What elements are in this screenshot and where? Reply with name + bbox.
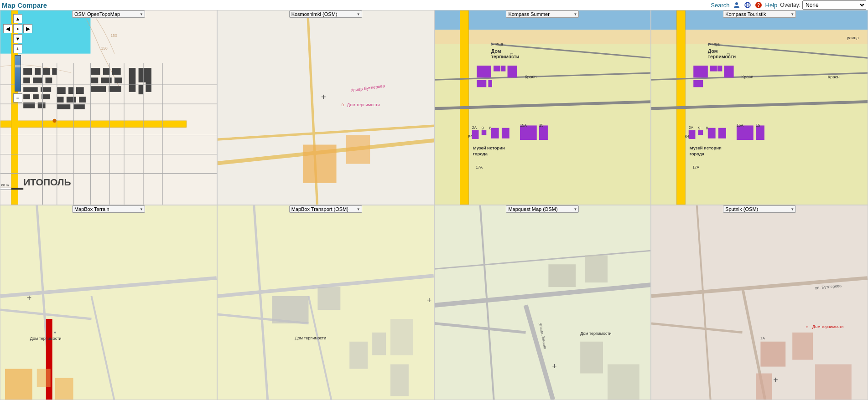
svg-rect-142	[5, 369, 32, 400]
svg-rect-169	[608, 364, 639, 400]
svg-text:Красн: Красн	[524, 74, 536, 79]
map-cell-8[interactable]: ⌂ Дом терпимости ул. Бутлерова 2А + Sput…	[651, 205, 868, 400]
svg-rect-30	[73, 104, 85, 109]
svg-text:9: 9	[698, 126, 701, 130]
svg-rect-28	[79, 97, 86, 103]
map-cell-2[interactable]: Улица Бутлерова ⌂ Дом терпимости + Kosmo…	[217, 10, 434, 205]
map-kompass-touristik-svg: 2А К4 15А 15 9 8 Красн улица Дом терпимо…	[651, 10, 868, 205]
overlay-control: Overlay: None Hillshading Contour Lines	[780, 0, 866, 10]
svg-rect-113	[724, 66, 734, 77]
svg-rect-84	[472, 130, 478, 139]
svg-rect-41	[139, 85, 144, 94]
overlay-label: Overlay:	[780, 2, 800, 8]
svg-text:города: города	[473, 151, 488, 156]
svg-rect-23	[57, 87, 66, 94]
zoom-out-btn[interactable]: −	[13, 93, 22, 103]
map3-select[interactable]: Kompass Summer	[506, 10, 579, 18]
overlay-dropdown-wrapper: None Hillshading Contour Lines	[802, 0, 866, 10]
svg-text:17А: 17А	[692, 165, 699, 169]
svg-text:□: □	[727, 52, 730, 57]
svg-rect-26	[57, 97, 64, 103]
help-icon[interactable]: ?	[754, 1, 763, 9]
svg-text:терпимости: терпимости	[491, 54, 519, 59]
svg-text:Дом: Дом	[708, 48, 718, 54]
map4-dropdown-wrapper: Kompass Touristik	[723, 10, 796, 18]
svg-rect-32	[103, 68, 110, 75]
svg-rect-112	[717, 66, 722, 72]
svg-text:ИТОПОЛЬ: ИТОПОЛЬ	[23, 177, 71, 187]
svg-text:К4: К4	[685, 134, 690, 138]
svg-text:100 m: 100 m	[0, 183, 9, 187]
map6-select[interactable]: MapBox Transport (OSM)	[289, 205, 362, 213]
svg-rect-156	[390, 319, 413, 355]
map4-select[interactable]: Kompass Touristik	[723, 10, 796, 18]
map-cell-5[interactable]: Дом терпимости + MapBox Terrain	[0, 205, 217, 400]
help-link[interactable]: Help	[765, 2, 778, 9]
map8-dropdown-wrapper: Sputnik (OSM)	[723, 205, 796, 213]
svg-rect-37	[90, 86, 106, 92]
map7-dropdown-container: Mapquest Map (OSM)	[506, 205, 579, 213]
map-cell-7[interactable]: улица Ленина Дом терпимости + Mapquest M…	[434, 205, 651, 400]
svg-text:Музей истории: Музей истории	[690, 145, 722, 150]
map8-select[interactable]: Sputnik (OSM)	[723, 205, 796, 213]
svg-text:ул. Бутлерова: ул. Бутлерова	[815, 283, 842, 290]
svg-rect-39	[129, 68, 136, 92]
map7-dropdown-wrapper: Mapquest Map (OSM)	[506, 205, 579, 213]
svg-line-164	[435, 251, 651, 269]
map3-dropdown-wrapper: Kompass Summer	[506, 10, 579, 18]
map2-select[interactable]: Kosmosnimki (OSM)	[289, 10, 362, 18]
svg-text:17А: 17А	[476, 165, 483, 169]
svg-rect-110	[693, 66, 708, 77]
svg-rect-22	[38, 103, 46, 108]
map-cell-1[interactable]: 150 150 ИТОПОЛЬ 100 m ▲ ◀ ● ▶ ▼ + −	[0, 10, 217, 205]
search-link[interactable]: Search	[711, 2, 729, 9]
svg-rect-66	[303, 145, 337, 183]
svg-text:15: 15	[756, 123, 760, 128]
svg-text:Улица Бутлерова: Улица Бутлерова	[350, 83, 385, 93]
svg-rect-31	[90, 68, 100, 75]
svg-line-151	[308, 296, 331, 400]
person-icon[interactable]	[733, 1, 741, 9]
map7-select[interactable]: Mapquest Map (OSM)	[506, 205, 579, 213]
map-cell-4[interactable]: 2А К4 15А 15 9 8 Красн улица Дом терпимо…	[651, 10, 868, 205]
app-title: Map Compare	[2, 1, 47, 9]
pan-left-btn[interactable]: ◀	[3, 24, 12, 33]
map6-dropdown-container: MapBox Transport (OSM)	[289, 205, 362, 213]
map-mapbox-terrain-svg: Дом терпимости +	[0, 205, 217, 400]
svg-rect-152	[272, 296, 308, 323]
svg-text:+: +	[321, 92, 326, 102]
svg-rect-7	[0, 121, 187, 128]
svg-rect-155	[372, 333, 386, 355]
globe-icon[interactable]	[743, 1, 752, 9]
map-cell-6[interactable]: Дом терпимости + MapBox Transport (OSM)	[217, 205, 434, 400]
pan-up-btn[interactable]: ▲	[13, 14, 22, 23]
pan-right-btn[interactable]: ▶	[23, 24, 32, 33]
zoom-in-btn[interactable]: +	[13, 44, 22, 53]
zoom-slider[interactable]	[15, 55, 21, 92]
map1-dropdown-container: OSM OpenTopoMap	[72, 10, 145, 18]
svg-text:улица: улица	[491, 41, 503, 46]
map8-dropdown-container: Sputnik (OSM)	[723, 205, 796, 213]
svg-text:?: ?	[757, 3, 760, 8]
recenter-btn[interactable]: ●	[13, 24, 22, 33]
svg-rect-78	[477, 66, 491, 77]
svg-rect-166	[548, 264, 576, 287]
map1-select[interactable]: OSM OpenTopoMap	[72, 10, 145, 18]
svg-rect-80	[500, 66, 505, 72]
svg-rect-61	[0, 188, 11, 190]
svg-rect-141	[46, 319, 52, 400]
svg-rect-42	[146, 68, 151, 92]
svg-rect-81	[507, 66, 517, 77]
svg-text:Дом терпимости: Дом терпимости	[580, 331, 611, 336]
svg-rect-143	[37, 369, 51, 387]
pan-down-btn[interactable]: ▼	[13, 34, 22, 43]
svg-rect-88	[520, 125, 536, 140]
svg-text:15А: 15А	[737, 123, 743, 128]
svg-rect-157	[390, 364, 409, 396]
overlay-select[interactable]: None Hillshading Contour Lines	[802, 0, 866, 10]
svg-rect-114	[693, 80, 703, 87]
map-cell-3[interactable]: 2А К4 15А 15 9 8 Красн улица Дом терпимо…	[434, 10, 651, 205]
svg-rect-35	[101, 77, 112, 83]
map5-select[interactable]: MapBox Terrain	[72, 205, 145, 213]
map-mapquest-svg: улица Ленина Дом терпимости +	[435, 205, 651, 400]
